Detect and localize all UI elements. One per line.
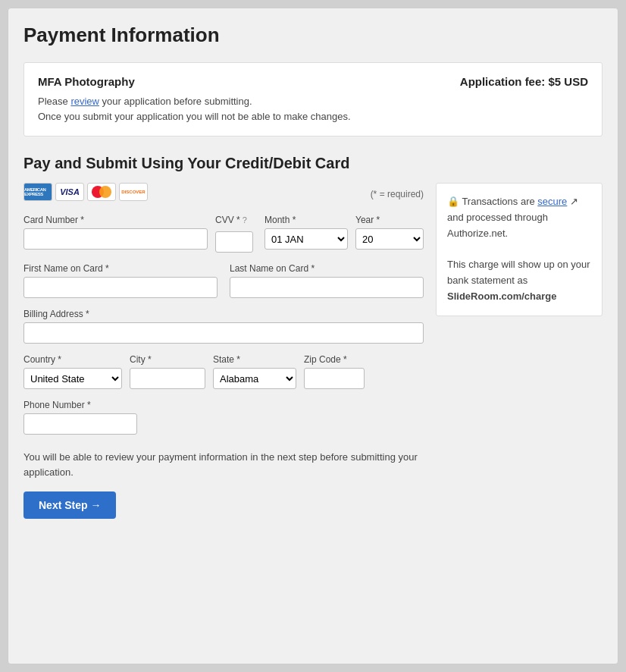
phone-input[interactable] bbox=[23, 413, 137, 435]
cvv-label-row: CVV * ? bbox=[215, 215, 257, 225]
cvv-input[interactable] bbox=[215, 231, 253, 253]
form-and-sidebar: AMERICAN EXPRESS VISA DISCOVER (* = requ… bbox=[23, 183, 603, 519]
year-label: Year * bbox=[355, 215, 424, 225]
page-title: Payment Information bbox=[23, 24, 603, 47]
sidebar-bank-text: This charge will show up on your bank st… bbox=[447, 257, 591, 304]
review-link[interactable]: review bbox=[70, 96, 99, 107]
lock-icon: 🔒 bbox=[447, 196, 459, 207]
sidebar-box: 🔒 Transactions are secure ↗ and processe… bbox=[436, 183, 603, 316]
visa-icon: VISA bbox=[55, 183, 84, 201]
name-row: First Name on Card * Last Name on Card * bbox=[23, 263, 424, 298]
card-icons: AMERICAN EXPRESS VISA DISCOVER bbox=[23, 183, 148, 201]
country-select[interactable]: United State Canada United Kingdom bbox=[23, 368, 122, 389]
sidebar-text-after-link: and processed through Authorize.net. bbox=[447, 212, 548, 239]
city-input[interactable] bbox=[130, 368, 205, 389]
external-icon: ↗ bbox=[570, 196, 578, 207]
billing-address-input[interactable] bbox=[23, 322, 424, 344]
country-label: Country * bbox=[23, 354, 122, 365]
application-info-box: MFA Photography Please review your appli… bbox=[23, 62, 603, 137]
desc-before-link: Please bbox=[38, 96, 70, 107]
desc-line2: Once you submit your application you wil… bbox=[38, 111, 351, 122]
cvv-group: CVV * ? bbox=[215, 215, 257, 253]
city-group: City * bbox=[130, 354, 205, 389]
card-details-row: Card Number * CVV * ? Month * 01 JAN 02 … bbox=[23, 215, 424, 253]
review-note: You will be able to review your payment … bbox=[23, 450, 424, 479]
review-note-line1: You will be able to review your payment … bbox=[23, 451, 418, 463]
last-name-input[interactable] bbox=[230, 277, 424, 298]
mastercard-icon bbox=[87, 183, 116, 201]
cvv-help-icon[interactable]: ? bbox=[243, 215, 247, 225]
card-number-label: Card Number * bbox=[23, 215, 208, 225]
state-select[interactable]: Alabama Alaska Arizona Arkansas Californ… bbox=[213, 368, 296, 389]
state-group: State * Alabama Alaska Arizona Arkansas … bbox=[213, 354, 296, 389]
form-section: AMERICAN EXPRESS VISA DISCOVER (* = requ… bbox=[23, 183, 424, 519]
next-step-button[interactable]: Next Step → bbox=[23, 491, 116, 519]
last-name-group: Last Name on Card * bbox=[230, 263, 424, 298]
desc-after-link: your application before submitting. bbox=[99, 96, 252, 107]
zip-label: Zip Code * bbox=[304, 354, 365, 365]
month-label: Month * bbox=[264, 215, 348, 225]
app-info-left: MFA Photography Please review your appli… bbox=[38, 75, 351, 124]
billing-address-label: Billing Address * bbox=[23, 309, 424, 319]
phone-label: Phone Number * bbox=[23, 400, 137, 410]
app-description: Please review your application before su… bbox=[38, 94, 351, 124]
month-select[interactable]: 01 JAN 02 FEB 03 MAR 04 APR 05 MAY 06 JU… bbox=[264, 228, 348, 250]
year-group: Year * 20 21 22 23 24 25 26 27 28 29 30 bbox=[355, 215, 424, 250]
address-row: Country * United State Canada United Kin… bbox=[23, 354, 424, 389]
secure-link[interactable]: secure bbox=[537, 196, 567, 207]
state-label: State * bbox=[213, 354, 296, 365]
section-title: Pay and Submit Using Your Credit/Debit C… bbox=[23, 155, 603, 172]
bank-statement-text: This charge will show up on your bank st… bbox=[447, 259, 590, 286]
phone-group: Phone Number * bbox=[23, 400, 137, 435]
zip-input[interactable] bbox=[304, 368, 365, 389]
city-label: City * bbox=[130, 354, 205, 365]
first-name-input[interactable] bbox=[23, 277, 218, 298]
page-container: Payment Information MFA Photography Plea… bbox=[8, 8, 618, 664]
app-fee: Application fee: $5 USD bbox=[460, 75, 588, 88]
billing-address-group: Billing Address * bbox=[23, 309, 424, 344]
brand-text: SlideRoom.com/charge bbox=[447, 290, 556, 302]
year-select[interactable]: 20 21 22 23 24 25 26 27 28 29 30 bbox=[355, 228, 424, 250]
app-name: MFA Photography bbox=[38, 75, 351, 88]
discover-icon: DISCOVER bbox=[119, 183, 148, 201]
month-group: Month * 01 JAN 02 FEB 03 MAR 04 APR 05 M… bbox=[264, 215, 348, 250]
country-group: Country * United State Canada United Kin… bbox=[23, 354, 122, 389]
review-note-line2: application. bbox=[23, 466, 74, 478]
sidebar-content: 🔒 Transactions are secure ↗ and processe… bbox=[447, 194, 591, 241]
sidebar-text-before-link: Transactions are bbox=[459, 196, 537, 207]
next-step-label: Next Step → bbox=[39, 499, 101, 511]
last-name-label: Last Name on Card * bbox=[230, 263, 424, 274]
first-name-label: First Name on Card * bbox=[23, 263, 218, 274]
amex-icon: AMERICAN EXPRESS bbox=[23, 183, 52, 201]
card-number-group: Card Number * bbox=[23, 215, 208, 250]
cvv-label: CVV * bbox=[215, 215, 240, 225]
form-row-header: AMERICAN EXPRESS VISA DISCOVER (* = requ… bbox=[23, 183, 424, 206]
zip-group: Zip Code * bbox=[304, 354, 365, 389]
required-note: (* = required) bbox=[371, 189, 424, 199]
first-name-group: First Name on Card * bbox=[23, 263, 218, 298]
card-number-input[interactable] bbox=[23, 228, 208, 250]
